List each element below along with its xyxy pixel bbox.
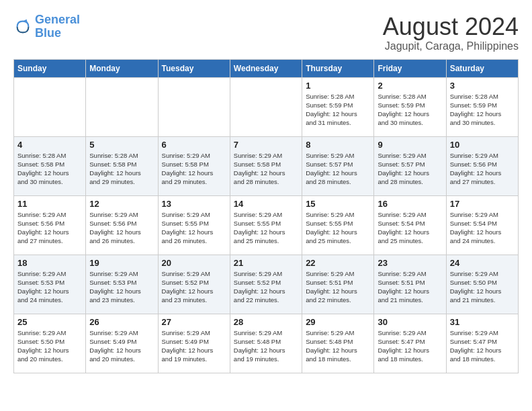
day-number: 16	[378, 199, 442, 209]
calendar-cell: 19Sunrise: 5:29 AMSunset: 5:53 PMDayligh…	[86, 255, 158, 314]
day-number: 21	[234, 258, 298, 268]
day-number: 12	[89, 199, 154, 209]
day-info: Sunrise: 5:29 AMSunset: 5:56 PMDaylight:…	[89, 210, 154, 246]
day-info: Sunrise: 5:29 AMSunset: 5:51 PMDaylight:…	[378, 269, 442, 305]
day-info: Sunrise: 5:29 AMSunset: 5:49 PMDaylight:…	[162, 328, 226, 364]
calendar-cell: 16Sunrise: 5:29 AMSunset: 5:54 PMDayligh…	[374, 195, 446, 255]
day-info: Sunrise: 5:28 AMSunset: 5:59 PMDaylight:…	[306, 92, 370, 128]
calendar-cell: 22Sunrise: 5:29 AMSunset: 5:51 PMDayligh…	[302, 255, 374, 314]
calendar-cell: 31Sunrise: 5:29 AMSunset: 5:47 PMDayligh…	[446, 314, 518, 373]
day-number: 8	[306, 140, 370, 150]
day-number: 4	[17, 140, 82, 150]
calendar-cell: 13Sunrise: 5:29 AMSunset: 5:55 PMDayligh…	[158, 195, 230, 255]
day-number: 1	[306, 81, 370, 91]
day-info: Sunrise: 5:28 AMSunset: 5:59 PMDaylight:…	[450, 92, 515, 128]
calendar-cell: 29Sunrise: 5:29 AMSunset: 5:48 PMDayligh…	[302, 314, 374, 373]
day-number: 20	[162, 258, 226, 268]
day-info: Sunrise: 5:29 AMSunset: 5:56 PMDaylight:…	[450, 151, 515, 187]
calendar-cell: 12Sunrise: 5:29 AMSunset: 5:56 PMDayligh…	[86, 195, 158, 255]
calendar-cell: 28Sunrise: 5:29 AMSunset: 5:48 PMDayligh…	[230, 314, 302, 373]
day-number: 23	[378, 258, 442, 268]
day-info: Sunrise: 5:29 AMSunset: 5:47 PMDaylight:…	[450, 328, 515, 364]
calendar-table: SundayMondayTuesdayWednesdayThursdayFrid…	[13, 59, 519, 373]
day-number: 28	[234, 317, 298, 327]
week-row-2: 4Sunrise: 5:28 AMSunset: 5:58 PMDaylight…	[14, 136, 519, 195]
calendar-cell: 1Sunrise: 5:28 AMSunset: 5:59 PMDaylight…	[302, 77, 374, 136]
day-info: Sunrise: 5:29 AMSunset: 5:52 PMDaylight:…	[234, 269, 298, 305]
day-number: 13	[162, 199, 226, 209]
day-number: 30	[378, 317, 442, 327]
day-info: Sunrise: 5:29 AMSunset: 5:54 PMDaylight:…	[450, 210, 515, 246]
day-number: 27	[162, 317, 226, 327]
day-info: Sunrise: 5:28 AMSunset: 5:58 PMDaylight:…	[89, 151, 154, 187]
day-info: Sunrise: 5:29 AMSunset: 5:56 PMDaylight:…	[17, 210, 82, 246]
calendar-cell: 8Sunrise: 5:29 AMSunset: 5:57 PMDaylight…	[302, 136, 374, 195]
day-number: 11	[17, 199, 82, 209]
day-number: 24	[450, 258, 515, 268]
day-info: Sunrise: 5:29 AMSunset: 5:54 PMDaylight:…	[378, 210, 442, 246]
calendar-cell: 18Sunrise: 5:29 AMSunset: 5:53 PMDayligh…	[14, 255, 86, 314]
week-row-1: 1Sunrise: 5:28 AMSunset: 5:59 PMDaylight…	[14, 77, 519, 136]
logo: General Blue	[13, 13, 80, 40]
day-info: Sunrise: 5:29 AMSunset: 5:53 PMDaylight:…	[89, 269, 154, 305]
column-header-thursday: Thursday	[302, 59, 374, 77]
calendar-cell: 25Sunrise: 5:29 AMSunset: 5:50 PMDayligh…	[14, 314, 86, 373]
calendar-cell: 3Sunrise: 5:28 AMSunset: 5:59 PMDaylight…	[446, 77, 518, 136]
day-info: Sunrise: 5:29 AMSunset: 5:58 PMDaylight:…	[234, 151, 298, 187]
calendar-cell: 23Sunrise: 5:29 AMSunset: 5:51 PMDayligh…	[374, 255, 446, 314]
column-header-monday: Monday	[86, 59, 158, 77]
day-info: Sunrise: 5:29 AMSunset: 5:57 PMDaylight:…	[306, 151, 370, 187]
calendar-cell: 5Sunrise: 5:28 AMSunset: 5:58 PMDaylight…	[86, 136, 158, 195]
calendar-cell: 2Sunrise: 5:28 AMSunset: 5:59 PMDaylight…	[374, 77, 446, 136]
calendar-cell: 15Sunrise: 5:29 AMSunset: 5:55 PMDayligh…	[302, 195, 374, 255]
column-header-saturday: Saturday	[446, 59, 518, 77]
day-info: Sunrise: 5:29 AMSunset: 5:58 PMDaylight:…	[162, 151, 226, 187]
calendar-cell	[158, 77, 230, 136]
calendar-cell: 7Sunrise: 5:29 AMSunset: 5:58 PMDaylight…	[230, 136, 302, 195]
calendar-header: SundayMondayTuesdayWednesdayThursdayFrid…	[14, 59, 519, 77]
day-number: 25	[17, 317, 82, 327]
day-number: 10	[450, 140, 515, 150]
day-info: Sunrise: 5:29 AMSunset: 5:57 PMDaylight:…	[378, 151, 442, 187]
day-number: 29	[306, 317, 370, 327]
calendar-cell	[230, 77, 302, 136]
calendar-cell: 17Sunrise: 5:29 AMSunset: 5:54 PMDayligh…	[446, 195, 518, 255]
calendar-cell: 4Sunrise: 5:28 AMSunset: 5:58 PMDaylight…	[14, 136, 86, 195]
day-info: Sunrise: 5:29 AMSunset: 5:53 PMDaylight:…	[17, 269, 82, 305]
day-info: Sunrise: 5:29 AMSunset: 5:55 PMDaylight:…	[234, 210, 298, 246]
calendar-cell: 30Sunrise: 5:29 AMSunset: 5:47 PMDayligh…	[374, 314, 446, 373]
column-header-wednesday: Wednesday	[230, 59, 302, 77]
day-number: 18	[17, 258, 82, 268]
day-info: Sunrise: 5:29 AMSunset: 5:55 PMDaylight:…	[306, 210, 370, 246]
day-number: 14	[234, 199, 298, 209]
calendar-cell: 26Sunrise: 5:29 AMSunset: 5:49 PMDayligh…	[86, 314, 158, 373]
day-number: 2	[378, 81, 442, 91]
column-header-friday: Friday	[374, 59, 446, 77]
day-info: Sunrise: 5:29 AMSunset: 5:50 PMDaylight:…	[17, 328, 82, 364]
day-info: Sunrise: 5:29 AMSunset: 5:48 PMDaylight:…	[306, 328, 370, 364]
calendar-cell: 9Sunrise: 5:29 AMSunset: 5:57 PMDaylight…	[374, 136, 446, 195]
day-number: 17	[450, 199, 515, 209]
column-header-tuesday: Tuesday	[158, 59, 230, 77]
day-number: 9	[378, 140, 442, 150]
day-number: 7	[234, 140, 298, 150]
day-number: 3	[450, 81, 515, 91]
calendar-cell: 6Sunrise: 5:29 AMSunset: 5:58 PMDaylight…	[158, 136, 230, 195]
day-info: Sunrise: 5:29 AMSunset: 5:51 PMDaylight:…	[306, 269, 370, 305]
day-number: 6	[162, 140, 226, 150]
day-number: 26	[89, 317, 154, 327]
day-info: Sunrise: 5:29 AMSunset: 5:49 PMDaylight:…	[89, 328, 154, 364]
calendar-cell	[14, 77, 86, 136]
calendar-cell: 20Sunrise: 5:29 AMSunset: 5:52 PMDayligh…	[158, 255, 230, 314]
day-info: Sunrise: 5:29 AMSunset: 5:50 PMDaylight:…	[450, 269, 515, 305]
calendar-cell: 14Sunrise: 5:29 AMSunset: 5:55 PMDayligh…	[230, 195, 302, 255]
day-number: 5	[89, 140, 154, 150]
calendar-cell	[86, 77, 158, 136]
calendar-cell: 10Sunrise: 5:29 AMSunset: 5:56 PMDayligh…	[446, 136, 518, 195]
week-row-4: 18Sunrise: 5:29 AMSunset: 5:53 PMDayligh…	[14, 255, 519, 314]
day-info: Sunrise: 5:29 AMSunset: 5:48 PMDaylight:…	[234, 328, 298, 364]
calendar-cell: 21Sunrise: 5:29 AMSunset: 5:52 PMDayligh…	[230, 255, 302, 314]
calendar-body: 1Sunrise: 5:28 AMSunset: 5:59 PMDaylight…	[14, 77, 519, 373]
day-number: 22	[306, 258, 370, 268]
day-number: 15	[306, 199, 370, 209]
